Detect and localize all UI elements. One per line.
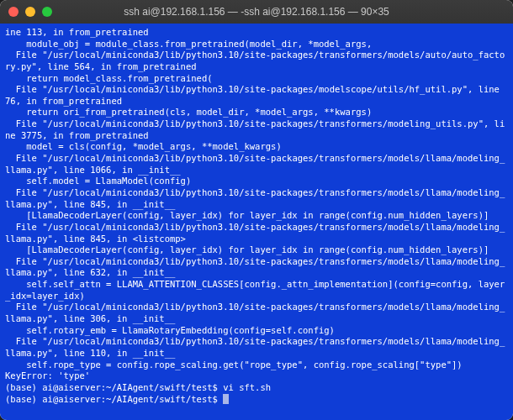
- shell-prompt: (base) ai@aiserver:~/AIAgent/swift/test$: [5, 382, 223, 392]
- terminal-window: ssh ai@192.168.1.156 — -ssh ai@192.168.1…: [0, 0, 513, 420]
- traceback-line: File "/usr/local/miniconda3/lib/python3.…: [5, 187, 505, 209]
- shell-command: vi sft.sh: [223, 382, 271, 392]
- minimize-icon[interactable]: [25, 7, 35, 17]
- shell-prompt: (base) ai@aiserver:~/AIAgent/swift/test$: [5, 394, 223, 404]
- traceback-line: model = cls(config, *model_args, **model…: [5, 141, 282, 151]
- terminal-output[interactable]: ine 113, in from_pretrained module_obj =…: [0, 24, 513, 420]
- traceback-line: self.self_attn = LLAMA_ATTENTION_CLASSES…: [5, 279, 505, 301]
- traceback-line: File "/usr/local/miniconda3/lib/python3.…: [5, 222, 505, 244]
- traceback-line: [LlamaDecoderLayer(config, layer_idx) fo…: [5, 244, 489, 255]
- maximize-icon[interactable]: [42, 7, 52, 17]
- traceback-line: [LlamaDecoderLayer(config, layer_idx) fo…: [5, 210, 489, 220]
- traffic-lights: [8, 7, 52, 17]
- traceback-line: self.rotary_emb = LlamaRotaryEmbedding(c…: [5, 325, 335, 335]
- traceback-line: self.rope_type = config.rope_scaling.get…: [5, 360, 463, 370]
- traceback-line: File "/usr/local/miniconda3/lib/python3.…: [5, 256, 505, 278]
- window-title: ssh ai@192.168.1.156 — -ssh ai@192.168.1…: [124, 6, 389, 18]
- traceback-line: File "/usr/local/miniconda3/lib/python3.…: [5, 302, 505, 323]
- traceback-line: File "/usr/local/miniconda3/lib/python3.…: [5, 118, 505, 140]
- cursor-icon: [223, 394, 229, 404]
- titlebar[interactable]: ssh ai@192.168.1.156 — -ssh ai@192.168.1…: [0, 0, 513, 24]
- traceback-line: ine 113, in from_pretrained: [5, 27, 149, 37]
- close-icon[interactable]: [8, 7, 19, 17]
- traceback-line: File "/usr/local/miniconda3/lib/python3.…: [5, 336, 505, 358]
- error-line: KeyError: 'type': [5, 370, 90, 381]
- traceback-line: File "/usr/local/miniconda3/lib/python3.…: [5, 153, 505, 175]
- traceback-line: File "/usr/local/miniconda3/lib/python3.…: [5, 84, 505, 106]
- traceback-line: self.model = LlamaModel(config): [5, 176, 191, 186]
- traceback-line: return model_class.from_pretrained(: [5, 73, 213, 83]
- traceback-line: File "/usr/local/miniconda3/lib/python3.…: [5, 50, 505, 71]
- traceback-line: return ori_from_pretrained(cls, model_di…: [5, 107, 372, 117]
- traceback-line: module_obj = module_class.from_pretraine…: [5, 39, 372, 49]
